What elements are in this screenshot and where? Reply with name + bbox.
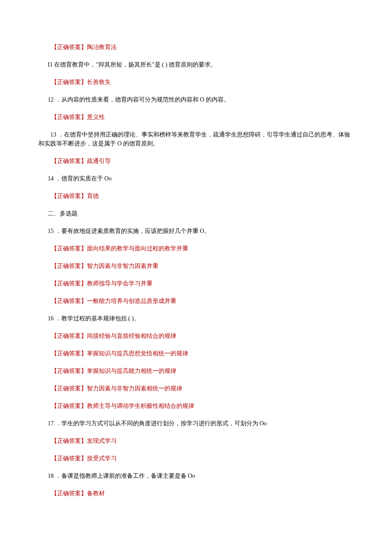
answer-line: 【正确答案】掌握知识与提高思想觉悟相统一的规律 xyxy=(38,349,354,358)
answer-line: 【正确答案】育德 xyxy=(38,192,354,200)
answer-line: 【正确答案】教师指导与学会学习并重 xyxy=(38,279,354,288)
question-line: 12 ．从内容的性质来看，德育内容可分为规范性的内容和 O 的内容。 xyxy=(38,95,354,104)
question-line: 18 ．备课是指教师上课前的准备工作，备课主要是备 Oo xyxy=(38,471,354,480)
answer-line: 【正确答案】掌握知识与提高能力相统一的规律 xyxy=(38,366,354,375)
answer-line: 【正确答案】陶冶教育法 xyxy=(38,43,354,52)
answer-line: 【正确答案】接受式学习 xyxy=(38,454,354,463)
question-line: 14 ．德育的实质在于 Oo xyxy=(38,174,354,183)
document-page: 【正确答案】陶冶教育法I1 在德育教育中，"抑其所短，扬其所长"是 ( ) 德育… xyxy=(0,0,392,532)
question-line: 15 ．要有效地促进素质教育的实施，应该把握好几个并重 O。 xyxy=(38,227,354,235)
answer-line: 【正确答案】发现式学习 xyxy=(38,436,354,445)
answer-line: 【正确答案】备教材 xyxy=(38,489,354,498)
answer-line: 【正确答案】智力因素与非智力因素并重 xyxy=(38,262,354,270)
answer-line: 【正确答案】教师主导与调动学生积极性相结合的规律 xyxy=(38,401,354,410)
answer-line: 【正确答案】长善救失 xyxy=(38,78,354,87)
answer-line: 【正确答案】间接经验与直接经验相结合的规律 xyxy=(38,331,354,340)
answer-line: 【正确答案】面向结果的教学与面向过程的教学并重 xyxy=(38,244,354,253)
question-line: I1 在德育教育中，"抑其所短，扬其所长"是 ( ) 德育原则的要求。 xyxy=(38,60,354,69)
answer-line: 【正确答案】疏通引导 xyxy=(38,157,354,166)
question-line: 13 ．在德育中坚持用正确的理论、事实和榜样等来教育学生，疏通学生思想障碍，引导… xyxy=(38,130,354,148)
answer-line: 【正确答案】一般能力培养与创造品质形成并重 xyxy=(38,296,354,305)
answer-line: 【正确答案】智力因素与非智力因素相统一的规律 xyxy=(38,384,354,393)
question-line: 16 ．教学过程的基本规律包括 ( )。 xyxy=(38,314,354,323)
section-heading: 二、多选题 xyxy=(38,209,354,218)
question-line: 17 ．学生的学习方式可以从不同的角度进行划分，按学习进行的形式，可划分为 Oo xyxy=(38,419,354,428)
answer-line: 【正确答案】意义性 xyxy=(38,113,354,122)
